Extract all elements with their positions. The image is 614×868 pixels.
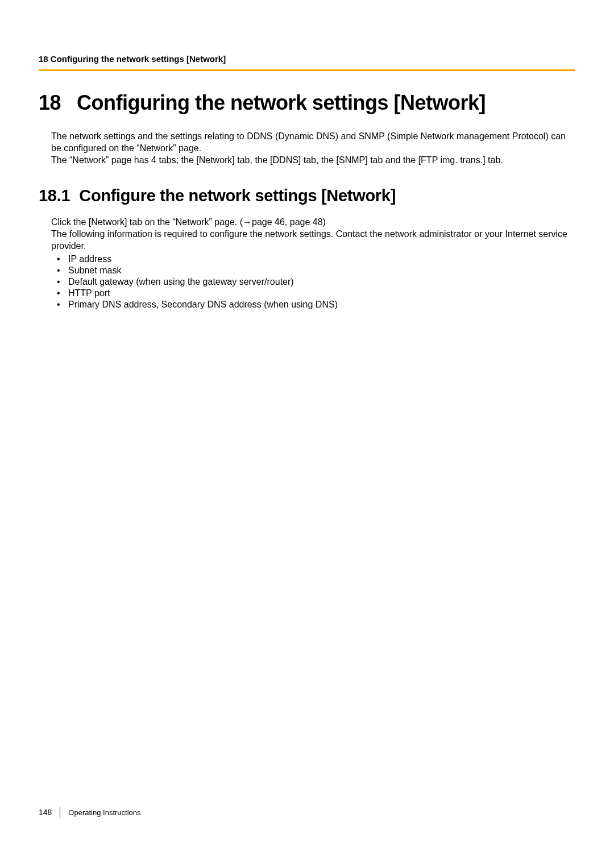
list-item: Subnet mask <box>51 265 575 276</box>
chapter-number: 18 <box>39 91 61 115</box>
section-title-text: Configure the network settings [Network] <box>79 186 396 205</box>
header-rule <box>39 69 575 71</box>
bullet-list: IP address Subnet mask Default gateway (… <box>51 254 575 310</box>
section-line1-a: Click the [Network] tab on the “Network”… <box>51 217 243 227</box>
section-body: Click the [Network] tab on the “Network”… <box>51 217 575 310</box>
list-item: Primary DNS address, Secondary DNS addre… <box>51 299 575 310</box>
section-title: 18.1Configure the network settings [Netw… <box>39 186 575 205</box>
footer-label: Operating Instructions <box>68 808 140 817</box>
section-number: 18.1 <box>39 186 70 205</box>
list-item: Default gateway (when using the gateway … <box>51 276 575 288</box>
section-line2: The following information is required to… <box>51 229 567 251</box>
intro-paragraph-1: The network settings and the settings re… <box>51 131 566 153</box>
intro-paragraph-2: The “Network” page has 4 tabs; the [Netw… <box>51 155 503 165</box>
chapter-intro: The network settings and the settings re… <box>51 131 575 166</box>
chapter-title: 18Configuring the network settings [Netw… <box>39 91 575 115</box>
chapter-title-text: Configuring the network settings [Networ… <box>77 91 486 114</box>
list-item: HTTP port <box>51 288 575 299</box>
page-footer: 148 Operating Instructions <box>39 807 141 818</box>
list-item: IP address <box>51 254 575 265</box>
section-line1-b: page 46, page 48) <box>252 217 326 227</box>
page-number: 148 <box>39 808 60 817</box>
footer-divider <box>60 807 60 818</box>
running-header: 18 Configuring the network settings [Net… <box>39 54 575 69</box>
arrow-icon: → <box>243 217 252 227</box>
